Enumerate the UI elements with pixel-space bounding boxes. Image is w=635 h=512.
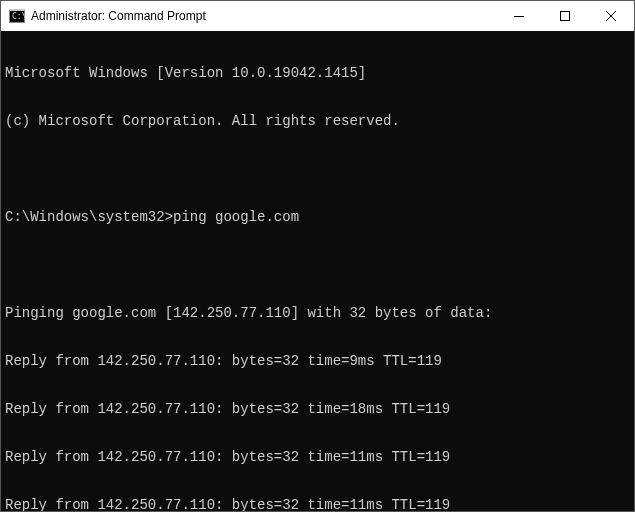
maximize-icon bbox=[560, 11, 570, 21]
blank-line bbox=[5, 161, 630, 177]
window-title: Administrator: Command Prompt bbox=[31, 9, 206, 23]
close-icon bbox=[606, 11, 616, 21]
titlebar[interactable]: C:\ Administrator: Command Prompt bbox=[1, 1, 634, 31]
minimize-button[interactable] bbox=[496, 1, 542, 31]
prompt-line: C:\Windows\system32>ping google.com bbox=[5, 209, 630, 225]
app-icon-glyph: C:\ bbox=[12, 13, 26, 21]
banner-line: Microsoft Windows [Version 10.0.19042.14… bbox=[5, 65, 630, 81]
close-button[interactable] bbox=[588, 1, 634, 31]
app-icon: C:\ bbox=[9, 8, 25, 24]
prompt-path: C:\Windows\system32> bbox=[5, 209, 173, 225]
ping-reply: Reply from 142.250.77.110: bytes=32 time… bbox=[5, 353, 630, 369]
ping-reply: Reply from 142.250.77.110: bytes=32 time… bbox=[5, 449, 630, 465]
ping-reply: Reply from 142.250.77.110: bytes=32 time… bbox=[5, 401, 630, 417]
minimize-icon bbox=[514, 11, 524, 21]
svg-rect-0 bbox=[561, 12, 570, 21]
command-prompt-window: C:\ Administrator: Command Prompt Micros… bbox=[0, 0, 635, 512]
banner-line: (c) Microsoft Corporation. All rights re… bbox=[5, 113, 630, 129]
blank-line bbox=[5, 257, 630, 273]
typed-command: ping google.com bbox=[173, 209, 299, 225]
maximize-button[interactable] bbox=[542, 1, 588, 31]
pinging-header: Pinging google.com [142.250.77.110] with… bbox=[5, 305, 630, 321]
ping-reply: Reply from 142.250.77.110: bytes=32 time… bbox=[5, 497, 630, 511]
terminal-output-area[interactable]: Microsoft Windows [Version 10.0.19042.14… bbox=[1, 31, 634, 511]
